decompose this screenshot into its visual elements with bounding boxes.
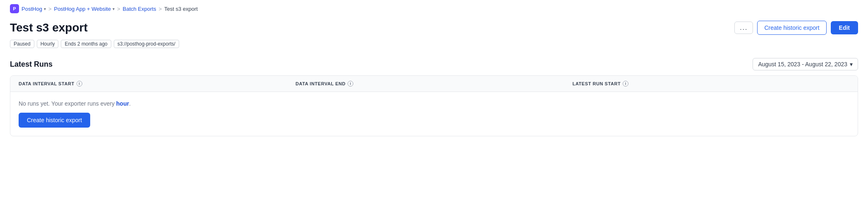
date-range-chevron-icon: ▾ [850,61,853,68]
col-header-interval-start: DATA INTERVAL START i [19,81,295,87]
page-title: Test s3 export [10,21,88,35]
col-interval-end-label: DATA INTERVAL END [295,81,345,86]
col-interval-start-label: DATA INTERVAL START [19,81,74,86]
breadcrumb-sep-2: > [117,6,120,12]
org-chevron-icon: ▾ [44,7,46,11]
tag-ends: Ends 2 months ago [61,40,111,48]
table-body: No runs yet. Your exporter runs every ho… [10,92,858,136]
col-header-interval-end: DATA INTERVAL END i [295,81,572,87]
col-interval-end-info-icon[interactable]: i [348,81,353,87]
header-right: ... Create historic export Edit [734,21,858,35]
breadcrumb-org[interactable]: PostHog ▾ [22,6,46,12]
breadcrumb-sep-3: > [158,6,162,12]
col-run-start-info-icon[interactable]: i [623,81,628,87]
section-header: Latest Runs August 15, 2023 - August 22,… [0,55,868,75]
create-historic-export-button-table[interactable]: Create historic export [19,113,90,128]
tag-s3: s3://posthog-prod-exports/ [114,40,179,48]
breadcrumb-section[interactable]: Batch Exports [123,6,156,12]
breadcrumb-current-page: Test s3 export [164,6,198,12]
col-header-run-start: LATEST RUN START i [573,81,849,87]
date-range-label: August 15, 2023 - August 22, 2023 [758,61,847,68]
tags-row: Paused Hourly Ends 2 months ago s3://pos… [0,40,868,55]
project-chevron-icon: ▾ [113,7,115,11]
main-header: Test s3 export ... Create historic expor… [0,17,868,40]
more-options-button[interactable]: ... [734,22,753,34]
empty-message: No runs yet. Your exporter runs every ho… [19,100,849,107]
col-run-start-label: LATEST RUN START [573,81,621,86]
edit-button[interactable]: Edit [831,21,858,34]
breadcrumb: P PostHog ▾ > PostHog App + Website ▾ > … [0,0,868,17]
tag-hourly: Hourly [37,40,59,48]
create-historic-export-button-header[interactable]: Create historic export [757,21,826,35]
col-interval-start-info-icon[interactable]: i [77,81,82,87]
tag-paused: Paused [10,40,34,48]
empty-message-suffix: . [129,100,131,107]
breadcrumb-sep-1: > [48,6,52,12]
date-range-selector[interactable]: August 15, 2023 - August 22, 2023 ▾ [753,58,858,70]
org-logo-icon: P [10,4,19,13]
empty-message-hour-link[interactable]: hour [116,100,129,107]
table-header-row: DATA INTERVAL START i DATA INTERVAL END … [10,76,858,92]
empty-message-prefix: No runs yet. Your exporter runs every [19,100,116,107]
header-left: Test s3 export [10,21,88,35]
latest-runs-title: Latest Runs [10,60,53,69]
breadcrumb-project[interactable]: PostHog App + Website ▾ [54,6,114,12]
runs-table: DATA INTERVAL START i DATA INTERVAL END … [10,75,858,136]
